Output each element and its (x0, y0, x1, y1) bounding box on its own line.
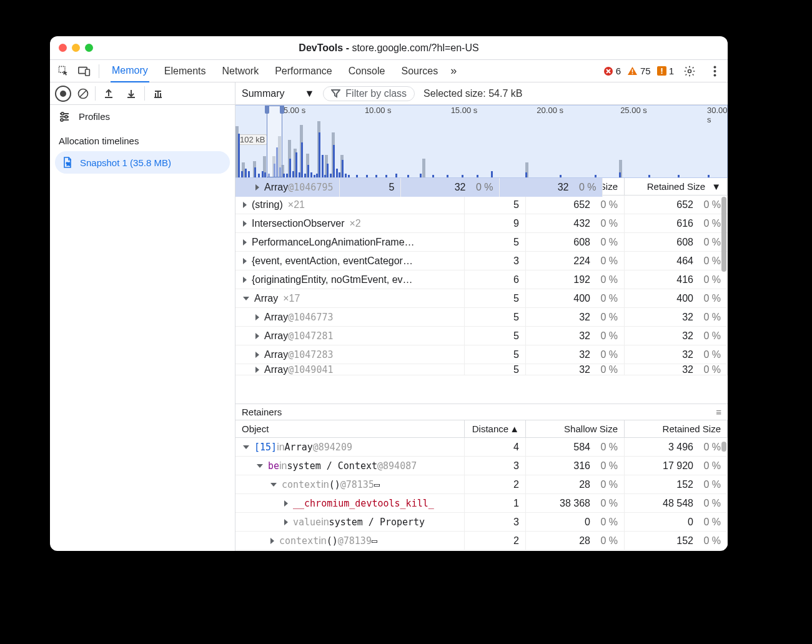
retainer-row[interactable]: be in system / Context @89408733160 %17 … (235, 457, 728, 475)
expand-arrow-icon[interactable] (243, 258, 247, 264)
snapshot-item[interactable]: % Snapshot 1 (35.8 MB) (55, 151, 230, 174)
sort-asc-icon: ▲ (510, 424, 519, 434)
more-tabs-icon[interactable]: » (450, 64, 457, 77)
main-toolbar: MemoryElementsNetworkPerformanceConsoleS… (50, 60, 728, 82)
svg-point-11 (713, 70, 716, 72)
time-tick: 15.00 s (451, 106, 478, 115)
export-icon[interactable] (99, 85, 118, 102)
import-icon[interactable] (122, 85, 141, 102)
svg-rect-2 (86, 69, 90, 76)
panel-tabs: MemoryElementsNetworkPerformanceConsoleS… (111, 60, 439, 82)
device-toolbar-icon[interactable] (75, 62, 94, 80)
table-row[interactable]: Array @10472835320 %320 % (235, 345, 728, 364)
profiles-heading: Profiles (50, 105, 235, 128)
time-tick: 25.00 s (620, 106, 647, 115)
expand-arrow-icon[interactable] (255, 367, 259, 373)
filter-input[interactable]: Filter by class (323, 86, 415, 101)
table-row[interactable]: (string)×2156520 %6520 % (235, 196, 728, 214)
tab-elements[interactable]: Elements (163, 61, 207, 82)
expand-arrow-icon[interactable] (243, 297, 249, 300)
scrollbar-thumb[interactable] (721, 442, 726, 452)
table-row[interactable]: {event, eventAction, eventCategor…32240 … (235, 252, 728, 270)
col-retained[interactable]: Retained Size (625, 420, 728, 437)
table-row[interactable]: PerformanceLongAnimationFrame…56080 %608… (235, 233, 728, 252)
expand-arrow-icon[interactable] (257, 464, 263, 468)
table-row[interactable]: IntersectionObserver×294320 %6160 % (235, 214, 728, 233)
expand-arrow-icon[interactable] (243, 239, 247, 245)
table-row[interactable]: Array @10467955320 %320 % (235, 196, 603, 197)
selection-handle-left[interactable] (265, 105, 269, 114)
timeline-selection[interactable] (267, 106, 282, 177)
retainer-row[interactable]: __chromium_devtools_kill_138 3680 %48 54… (235, 494, 728, 513)
table-body[interactable]: (string)×2156520 %6520 %IntersectionObse… (235, 196, 728, 404)
retainers-header: Object Distance▲ Shallow Size Retained S… (235, 420, 728, 438)
svg-point-15 (65, 116, 67, 118)
inspect-element-icon[interactable] (54, 62, 72, 80)
retainer-row[interactable]: context in () @78135 ▭2280 %1520 % (235, 475, 728, 494)
expand-arrow-icon[interactable] (284, 519, 288, 525)
table-row[interactable]: Array @10490415320 %320 % (235, 364, 728, 375)
svg-point-14 (61, 112, 64, 115)
warning-count[interactable]: 75 (627, 66, 651, 76)
main-panel: 5.00 s10.00 s15.00 s20.00 s25.00 s30.00 … (235, 105, 728, 551)
expand-arrow-icon[interactable] (243, 202, 247, 208)
retainer-row[interactable]: [15] in Array @89420945840 %3 4960 % (235, 438, 728, 457)
garbage-collect-icon[interactable] (149, 85, 167, 102)
expand-arrow-icon[interactable] (270, 538, 274, 544)
tab-performance[interactable]: Performance (274, 61, 334, 82)
expand-arrow-icon[interactable] (284, 500, 288, 507)
error-count[interactable]: 6 (603, 66, 621, 76)
tab-sources[interactable]: Sources (400, 61, 439, 82)
error-icon (603, 66, 613, 76)
col-distance[interactable]: Distance▲ (465, 420, 526, 437)
filter-icon (331, 89, 340, 98)
table-row[interactable]: Array @10472815320 %320 % (235, 327, 728, 345)
sort-desc-icon: ▼ (711, 181, 721, 192)
col-object[interactable]: Object (235, 420, 465, 437)
sliders-icon (59, 112, 70, 122)
tab-network[interactable]: Network (220, 61, 260, 82)
retainer-row[interactable]: context in () @78139 ▭2280 %1520 % (235, 532, 728, 550)
time-tick: 10.00 s (365, 106, 392, 115)
allocation-timeline[interactable]: 5.00 s10.00 s15.00 s20.00 s25.00 s30.00 … (235, 105, 728, 178)
retainers-body[interactable]: [15] in Array @89420945840 %3 4960 %be i… (235, 438, 728, 551)
expand-arrow-icon[interactable] (243, 445, 249, 449)
svg-rect-5 (632, 73, 633, 74)
settings-icon[interactable] (680, 62, 699, 80)
table-row[interactable]: Array×1754000 %4000 % (235, 289, 728, 308)
record-button[interactable] (55, 86, 71, 102)
col-retained[interactable]: Retained Size▼ (625, 178, 728, 195)
expand-arrow-icon[interactable] (243, 277, 247, 283)
expand-arrow-icon[interactable] (255, 314, 259, 320)
issue-count[interactable]: 1 (657, 66, 674, 76)
more-menu-icon[interactable] (705, 62, 724, 80)
selection-handle-right[interactable] (280, 105, 284, 114)
retainer-row[interactable]: value in system / Property300 %00 % (235, 513, 728, 532)
expand-arrow-icon[interactable] (255, 333, 259, 339)
window-title: DevTools - store.google.com/?hl=en-US (50, 42, 728, 54)
table-row[interactable]: Array @10467735320 %320 % (235, 308, 728, 327)
col-shallow[interactable]: Shallow Size (526, 420, 625, 437)
titlebar: DevTools - store.google.com/?hl=en-US (50, 36, 728, 60)
expand-arrow-icon[interactable] (243, 220, 247, 227)
timelines-heading: Allocation timelines (50, 128, 235, 151)
issue-icon (657, 66, 666, 76)
expand-arrow-icon[interactable] (270, 483, 277, 487)
time-tick: 20.00 s (537, 106, 563, 115)
expand-arrow-icon[interactable] (255, 352, 259, 358)
svg-point-12 (713, 74, 716, 76)
divider (99, 64, 99, 78)
close-window-icon[interactable] (59, 44, 67, 52)
svg-text:%: % (66, 162, 70, 166)
clear-button[interactable] (75, 86, 91, 102)
view-dropdown[interactable]: Summary ▼ (242, 88, 314, 99)
scrollbar-thumb[interactable] (721, 197, 726, 272)
svg-point-10 (713, 66, 716, 68)
tab-console[interactable]: Console (347, 61, 387, 82)
retainers-menu-icon[interactable]: ≡ (716, 407, 721, 417)
memory-toolbar: Summary ▼ Filter by class Selected size:… (50, 82, 728, 105)
table-row[interactable]: {originatingEntity, noGtmEvent, ev…61920… (235, 270, 728, 289)
minimize-window-icon[interactable] (72, 44, 80, 52)
zoom-window-icon[interactable] (85, 44, 93, 52)
tab-memory[interactable]: Memory (111, 60, 149, 82)
